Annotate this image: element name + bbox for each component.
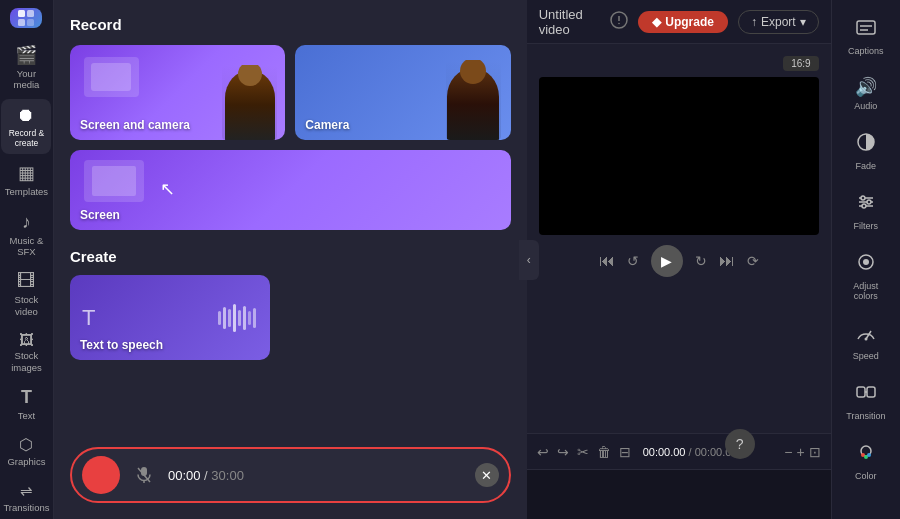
sidebar-item-templates[interactable]: ▦ Templates	[1, 156, 51, 203]
tool-speed[interactable]: Speed	[834, 313, 898, 369]
screen-icon-decoration	[84, 57, 139, 97]
loop-button[interactable]: ⟳	[747, 253, 759, 269]
sidebar-item-your-media[interactable]: 🎬 Your media	[1, 38, 51, 97]
app-logo	[10, 8, 42, 28]
text-icon: T	[21, 387, 32, 408]
sidebar-item-label: Your media	[5, 68, 47, 91]
zoom-in-button[interactable]: +	[796, 444, 804, 460]
timeline-track[interactable]	[527, 469, 831, 519]
svg-rect-10	[857, 21, 875, 34]
timeline-toolbar: ↩ ↪ ✂ 🗑 ⊟ 00:00.00 / 00:00.00 − + ⊡	[527, 433, 831, 469]
tool-audio[interactable]: 🔊 Audio	[834, 68, 898, 119]
tool-captions[interactable]: Captions	[834, 8, 898, 64]
speed-label: Speed	[853, 351, 879, 361]
collapse-panel-button[interactable]: ‹	[519, 240, 539, 280]
svg-point-19	[862, 204, 866, 208]
timeline-time-display: 00:00.00 / 00:00.00	[643, 446, 738, 458]
current-time: 00:00	[168, 468, 201, 483]
sidebar-item-stock-images[interactable]: 🖼 Stock images	[1, 325, 51, 379]
svg-rect-0	[18, 10, 25, 17]
svg-rect-25	[867, 387, 875, 397]
graphics-icon: ⬡	[19, 435, 33, 454]
upload-icon: ↑	[751, 15, 757, 29]
svg-point-30	[867, 453, 871, 457]
record-section-title: Record	[70, 16, 511, 33]
svg-point-23	[864, 338, 867, 341]
record-button[interactable]	[82, 456, 120, 494]
svg-point-9	[618, 23, 620, 25]
cut-button[interactable]: ✂	[577, 444, 589, 460]
warning-icon	[610, 11, 628, 32]
close-record-button[interactable]: ✕	[475, 463, 499, 487]
current-time-code: 00:00.00	[643, 446, 686, 458]
color-label: Color	[855, 471, 877, 481]
tool-transition[interactable]: Transition	[834, 373, 898, 429]
camera-card[interactable]: Camera	[295, 45, 510, 140]
fit-button[interactable]: ⊡	[809, 444, 821, 460]
svg-rect-2	[18, 19, 25, 26]
total-time: 30:00	[211, 468, 244, 483]
sidebar-item-transitions[interactable]: ⇌ Transitions	[1, 476, 51, 519]
mute-mic-button[interactable]	[130, 461, 158, 489]
captions-icon	[855, 16, 877, 43]
sidebar-item-label: Templates	[5, 186, 48, 197]
svg-point-17	[861, 196, 865, 200]
help-button[interactable]: ?	[725, 429, 755, 459]
your-media-icon: 🎬	[15, 44, 37, 66]
delete-button[interactable]: 🗑	[597, 444, 611, 460]
adjust-colors-icon	[855, 251, 877, 278]
sidebar-item-graphics[interactable]: ⬡ Graphics	[1, 429, 51, 473]
record-create-icon: ⏺	[17, 105, 35, 126]
left-sidebar: 🎬 Your media ⏺ Record &create ▦ Template…	[0, 0, 54, 519]
stock-video-icon: 🎞	[17, 271, 35, 292]
tool-filters[interactable]: Filters	[834, 183, 898, 239]
split-button[interactable]: ⊟	[619, 444, 631, 460]
aspect-ratio-badge: 16:9	[783, 56, 818, 71]
play-button[interactable]: ▶	[651, 245, 683, 277]
screen-card[interactable]: ↖ Screen	[70, 150, 511, 230]
camera-label: Camera	[305, 118, 349, 132]
person-decoration	[222, 65, 277, 140]
sidebar-item-label: Record &create	[9, 128, 44, 148]
screen-camera-card[interactable]: Screen and camera	[70, 45, 285, 140]
record-cards-grid: Screen and camera Camera ↖ Screen	[70, 45, 511, 230]
editor-panel: Untitled video ◆ Upgrade ↑ Export ▾ 16:9…	[527, 0, 831, 519]
svg-rect-1	[27, 10, 34, 17]
sidebar-item-label: Music & SFX	[5, 235, 47, 258]
right-tool-panel: Captions 🔊 Audio Fade Filters	[831, 0, 900, 519]
transition-label: Transition	[846, 411, 885, 421]
svg-rect-3	[27, 19, 34, 26]
captions-label: Captions	[848, 46, 884, 56]
export-button[interactable]: ↑ Export ▾	[738, 10, 819, 34]
rewind-button[interactable]: ↺	[627, 253, 639, 269]
tool-adjust-colors[interactable]: Adjustcolors	[834, 243, 898, 309]
screen-camera-label: Screen and camera	[80, 118, 190, 132]
sidebar-item-label: Stock video	[5, 294, 47, 317]
tool-fade[interactable]: Fade	[834, 123, 898, 179]
forward-button[interactable]: ↻	[695, 253, 707, 269]
sidebar-item-music-sfx[interactable]: ♪ Music & SFX	[1, 206, 51, 264]
chevron-down-icon: ▾	[800, 15, 806, 29]
sidebar-item-stock-video[interactable]: 🎞 Stock video	[1, 265, 51, 323]
record-bar: 00:00 / 30:00 ✕	[70, 447, 511, 503]
adjust-colors-label: Adjustcolors	[853, 281, 878, 301]
text-to-speech-card[interactable]: T Text to speech	[70, 275, 270, 360]
speed-icon	[855, 321, 877, 348]
templates-icon: ▦	[18, 162, 35, 184]
sidebar-item-text[interactable]: T Text	[1, 381, 51, 427]
sidebar-item-label: Graphics	[7, 456, 45, 467]
person-decoration-2	[446, 60, 501, 140]
diamond-icon: ◆	[652, 15, 661, 29]
playback-controls: ⏮ ↺ ▶ ↻ ⏭ ⟳	[599, 245, 759, 277]
tool-color[interactable]: Color	[834, 433, 898, 489]
sidebar-item-record-create[interactable]: ⏺ Record &create	[1, 99, 51, 154]
record-panel: Record Screen and camera Camera	[54, 0, 527, 519]
video-preview-area: 16:9 ⏮ ↺ ▶ ↻ ⏭ ⟳	[527, 44, 831, 433]
skip-back-button[interactable]: ⏮	[599, 252, 615, 270]
skip-forward-button[interactable]: ⏭	[719, 252, 735, 270]
zoom-out-button[interactable]: −	[784, 444, 792, 460]
upgrade-button[interactable]: ◆ Upgrade	[638, 11, 728, 33]
filters-label: Filters	[854, 221, 879, 231]
undo-button[interactable]: ↩	[537, 444, 549, 460]
redo-button[interactable]: ↪	[557, 444, 569, 460]
